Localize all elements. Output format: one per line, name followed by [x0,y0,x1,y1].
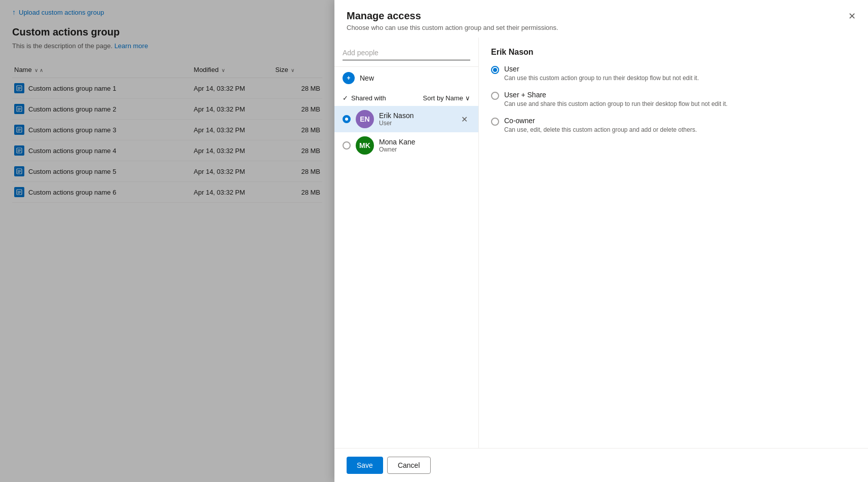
person-role-mona: Owner [379,146,470,153]
perm-user-share-text: User + Share Can use and share this cust… [504,91,728,108]
permission-coowner[interactable]: Co-owner Can use, edit, delete this cust… [491,117,856,134]
user-row-erik[interactable]: EN Erik Nason User ✕ [334,106,478,132]
new-dot-icon: + [343,72,355,84]
permission-user[interactable]: User Can use this custom action group to… [491,65,856,83]
sort-by-button[interactable]: Sort by Name ∨ [423,94,470,102]
shared-with-left: ✓ Shared with [343,94,386,102]
modal-header: Manage access Choose who can use this cu… [334,0,868,38]
person-name-mona: Mona Kane [379,138,470,146]
modal-footer: Save Cancel [334,448,868,482]
person-info-erik: Erik Nason User [379,112,453,127]
rights-title: Erik Nason [491,48,856,57]
add-people-section [334,46,478,67]
modal-right-panel: Erik Nason User Can use this custom acti… [479,38,868,448]
checkmark-icon: ✓ [343,94,348,102]
add-people-input[interactable] [343,46,470,60]
person-role-erik: User [379,120,453,127]
perm-coowner-text: Co-owner Can use, edit, delete this cust… [504,117,697,134]
radio-unselected-icon [343,141,351,150]
permission-user-share[interactable]: User + Share Can use and share this cust… [491,91,856,108]
close-button[interactable]: ✕ [844,8,860,24]
modal-title: Manage access [347,10,856,22]
radio-user-icon [491,66,499,74]
new-label: New [360,74,374,82]
new-row[interactable]: + New [334,67,478,89]
cancel-button[interactable]: Cancel [387,457,431,474]
modal-body: + New ✓ Shared with Sort by Name ∨ EN Er… [334,38,868,448]
shared-with-header: ✓ Shared with Sort by Name ∨ [334,89,478,106]
modal-left-panel: + New ✓ Shared with Sort by Name ∨ EN Er… [334,38,479,448]
radio-coowner-icon [491,118,499,126]
person-info-mona: Mona Kane Owner [379,138,470,153]
person-name-erik: Erik Nason [379,112,453,120]
chevron-down-icon: ∨ [465,94,470,102]
avatar-erik: EN [356,110,374,128]
user-row-mona[interactable]: MK Mona Kane Owner [334,132,478,159]
radio-selected-icon [343,115,351,123]
radio-user-share-icon [491,92,499,100]
perm-user-text: User Can use this custom action group to… [504,65,699,83]
avatar-mona: MK [356,136,374,155]
manage-access-modal: Manage access Choose who can use this cu… [334,0,868,482]
remove-erik-button[interactable]: ✕ [458,113,470,125]
save-button[interactable]: Save [347,457,383,474]
shared-with-label: Shared with [351,94,386,102]
modal-subtitle: Choose who can use this custom action gr… [347,24,856,31]
